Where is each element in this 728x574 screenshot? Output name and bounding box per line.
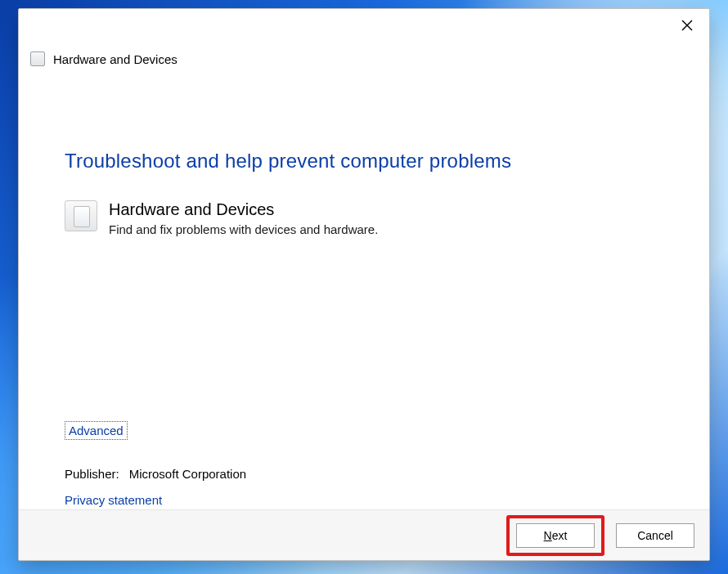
privacy-link[interactable]: Privacy statement (65, 493, 162, 507)
item-text: Hardware and Devices Find and fix proble… (109, 200, 378, 236)
item-title: Hardware and Devices (109, 200, 378, 219)
item-description: Find and fix problems with devices and h… (109, 222, 378, 236)
close-button[interactable] (668, 12, 706, 38)
publisher-label: Publisher: (65, 467, 119, 481)
next-mnemonic: N (544, 529, 552, 542)
publisher-value: Microsoft Corporation (129, 467, 246, 481)
next-highlight: Next (506, 515, 604, 556)
desktop-backdrop: Hardware and Devices Troubleshoot and he… (0, 0, 728, 574)
troubleshooter-item: Hardware and Devices Find and fix proble… (65, 200, 663, 236)
titlebar (19, 9, 709, 52)
next-rest: ext (552, 529, 568, 542)
cancel-button[interactable]: Cancel (616, 523, 694, 548)
advanced-link[interactable]: Advanced (65, 421, 128, 440)
dialog-footer: Next Cancel (19, 509, 709, 560)
page-heading: Troubleshoot and help prevent computer p… (65, 150, 663, 173)
troubleshooter-dialog: Hardware and Devices Troubleshoot and he… (18, 8, 710, 561)
content-area: Troubleshoot and help prevent computer p… (19, 52, 709, 509)
next-button[interactable]: Next (516, 523, 595, 548)
hardware-icon (65, 200, 97, 231)
close-icon (681, 20, 693, 31)
publisher-row: Publisher: Microsoft Corporation (65, 467, 246, 481)
